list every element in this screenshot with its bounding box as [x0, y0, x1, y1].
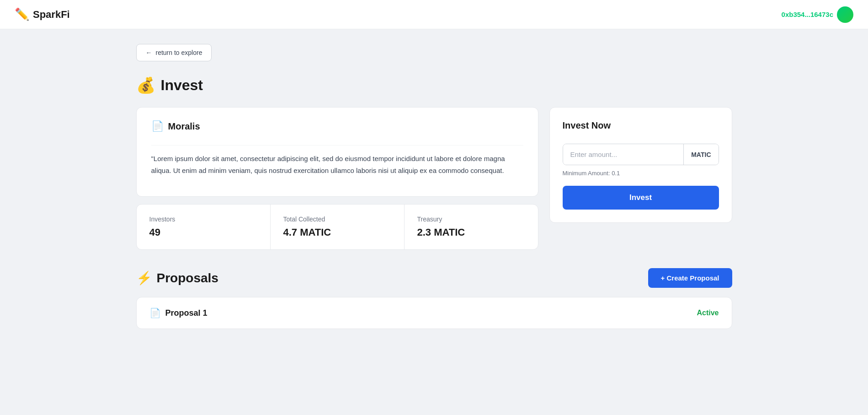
- proposal-icon: 📄: [149, 307, 161, 318]
- stat-collected-value: 4.7 MATIC: [283, 226, 391, 238]
- stat-treasury-label: Treasury: [417, 216, 525, 223]
- proposals-title: ⚡ Proposals: [136, 270, 218, 286]
- currency-label: MATIC: [683, 144, 718, 165]
- project-header: 📄 Moralis: [151, 120, 523, 132]
- wallet-button[interactable]: 0xb354...16473c: [782, 6, 853, 23]
- stat-investors-label: Investors: [149, 216, 257, 223]
- logo-text: SparkFi: [33, 9, 70, 21]
- stats-card: Investors 49 Total Collected 4.7 MATIC T…: [136, 204, 538, 250]
- invest-icon: 💰: [136, 76, 155, 94]
- stat-investors-value: 49: [149, 226, 257, 238]
- proposal-status: Active: [697, 309, 719, 317]
- amount-input[interactable]: [563, 144, 684, 165]
- proposal-name: Proposal 1: [165, 308, 208, 318]
- content-left: 📄 Moralis "Lorem ipsum dolor sit amet, c…: [136, 107, 538, 250]
- stat-investors: Investors 49: [137, 205, 271, 249]
- content-layout: 📄 Moralis "Lorem ipsum dolor sit amet, c…: [136, 107, 732, 250]
- proposal-left: 📄 Proposal 1: [149, 307, 208, 318]
- project-card: 📄 Moralis "Lorem ipsum dolor sit amet, c…: [136, 107, 538, 197]
- back-button[interactable]: ← return to explore: [136, 44, 212, 61]
- logo-icon: ✏️: [15, 7, 29, 22]
- header: ✏️ SparkFi 0xb354...16473c: [0, 0, 868, 29]
- back-button-label: return to explore: [156, 49, 202, 56]
- wallet-address: 0xb354...16473c: [782, 11, 833, 18]
- minimum-amount-label: Minimum Amount: 0.1: [563, 170, 719, 177]
- stat-collected-label: Total Collected: [283, 216, 391, 223]
- invest-button[interactable]: Invest: [563, 186, 719, 210]
- main-content: ← return to explore 💰 Invest 📄 Moralis "…: [114, 29, 754, 344]
- amount-input-container: MATIC: [563, 144, 719, 165]
- invest-panel-card: Invest Now MATIC Minimum Amount: 0.1 Inv…: [549, 107, 732, 223]
- stat-treasury-value: 2.3 MATIC: [417, 226, 525, 238]
- proposals-icon: ⚡: [136, 270, 152, 286]
- logo[interactable]: ✏️ SparkFi: [15, 7, 70, 22]
- wallet-avatar: [837, 6, 853, 23]
- proposals-header: ⚡ Proposals + Create Proposal: [136, 268, 732, 288]
- page-title: 💰 Invest: [136, 76, 732, 94]
- create-proposal-button[interactable]: + Create Proposal: [648, 268, 732, 288]
- stat-treasury: Treasury 2.3 MATIC: [405, 205, 538, 249]
- proposal-card: 📄 Proposal 1 Active: [136, 297, 732, 329]
- invest-panel: Invest Now MATIC Minimum Amount: 0.1 Inv…: [549, 107, 732, 223]
- project-name: Moralis: [168, 121, 200, 132]
- proposals-section: ⚡ Proposals + Create Proposal 📄 Proposal…: [136, 268, 732, 329]
- project-icon: 📄: [151, 120, 164, 132]
- stat-total-collected: Total Collected 4.7 MATIC: [271, 205, 405, 249]
- page-title-text: Invest: [161, 77, 203, 94]
- project-description: "Lorem ipsum dolor sit amet, consectetur…: [151, 145, 523, 183]
- invest-panel-title: Invest Now: [563, 120, 719, 131]
- back-arrow-icon: ←: [146, 49, 152, 56]
- proposals-title-text: Proposals: [157, 271, 218, 286]
